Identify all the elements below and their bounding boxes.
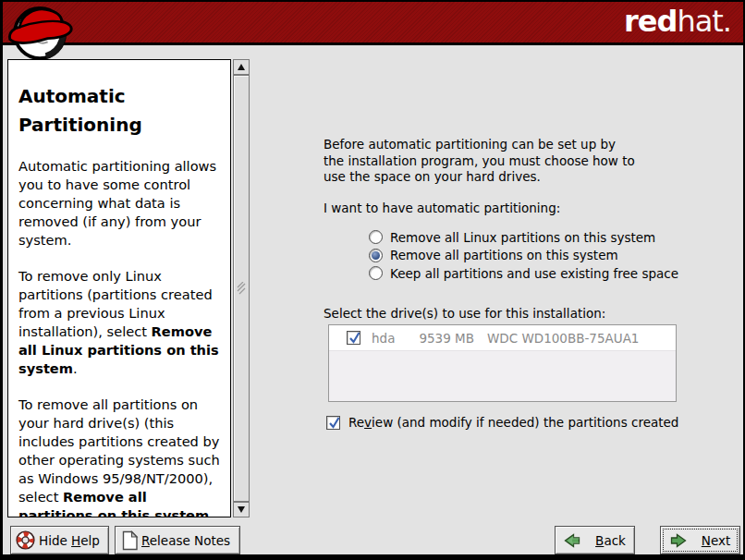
check-icon	[348, 330, 362, 345]
scroll-down-button[interactable]	[233, 502, 250, 517]
redhat-shadowman-logo	[6, 3, 76, 62]
review-label-post: iew (and modify if needed) the partition…	[372, 415, 678, 430]
drive-list: hda 9539 MB WDC WD100BB-75AUA1	[328, 324, 677, 402]
check-icon	[327, 415, 342, 430]
next-arrow-icon	[670, 533, 687, 548]
back-label: Back	[595, 533, 626, 548]
help-paragraph-2-post: .	[73, 360, 78, 376]
radio-label: Remove all Linux partitions on this syst…	[390, 230, 655, 245]
back-arrow-icon	[564, 533, 580, 548]
review-checkbox[interactable]	[326, 416, 340, 430]
radio-remove-linux-partitions[interactable]: Remove all Linux partitions on this syst…	[369, 228, 678, 247]
intro-text: Before automatic partitioning can be set…	[324, 137, 640, 186]
radio-label: Remove all partitions on this system	[390, 248, 618, 262]
radio-remove-all-partitions[interactable]: Remove all partitions on this system	[369, 247, 678, 265]
wordmark-dot: .	[723, 4, 731, 39]
next-label: Next	[702, 533, 730, 548]
document-icon	[121, 530, 139, 551]
radio-label: Keep all partitions and use existing fre…	[390, 266, 678, 281]
arrow-down-icon	[238, 506, 245, 513]
drive-name: hda	[372, 331, 395, 346]
release-notes-button[interactable]: Release Notes	[115, 526, 240, 554]
radio-button[interactable]	[369, 249, 383, 262]
help-title: Automatic Partitioning	[18, 82, 220, 140]
radio-dot	[372, 251, 380, 260]
release-notes-label: Release Notes	[141, 533, 230, 548]
help-paragraph-3: To remove all partitions on your hard dr…	[18, 396, 220, 517]
hide-help-label: Hide Help	[39, 533, 100, 548]
help-paragraph-1: Automatic partitioning allows you to hav…	[18, 157, 220, 250]
drive-checkbox[interactable]	[347, 331, 360, 345]
scroll-up-button[interactable]	[233, 59, 250, 75]
partitioning-radio-group: Remove all Linux partitions on this syst…	[369, 228, 678, 283]
review-label-pre: Re	[348, 415, 364, 430]
lifebuoy-icon	[15, 530, 36, 551]
review-label: Review (and modify if needed) the partit…	[348, 415, 678, 430]
redhat-wordmark: redhat.	[624, 4, 731, 39]
partitioning-prompt: I want to have automatic partitioning:	[324, 201, 560, 215]
drive-size: 9539 MB	[419, 331, 474, 346]
scrollbar-thumb[interactable]	[233, 75, 250, 502]
radio-button[interactable]	[369, 266, 383, 280]
wordmark-hat: hat	[677, 4, 722, 39]
radio-button[interactable]	[369, 230, 383, 244]
drives-label: Select the drive(s) to use for this inst…	[324, 306, 605, 321]
drive-model: WDC WD100BB-75AUA1	[487, 331, 640, 346]
review-partitions-option[interactable]: Review (and modify if needed) the partit…	[326, 415, 678, 430]
radio-keep-all-partitions[interactable]: Keep all partitions and use existing fre…	[369, 264, 678, 283]
wordmark-red: red	[624, 4, 677, 39]
next-button[interactable]: Next	[660, 526, 740, 554]
arrow-up-icon	[238, 64, 245, 70]
installer-window: redhat. Automatic Partitioning Automatic…	[0, 0, 745, 560]
help-paragraph-1-text: Automatic partitioning allows you to hav…	[18, 158, 216, 248]
review-label-mnemonic: v	[364, 415, 372, 430]
help-paragraph-3-post: .	[209, 507, 214, 517]
back-button[interactable]: Back	[555, 526, 635, 554]
help-paragraph-2: To remove only Linux partitions (partiti…	[18, 267, 220, 378]
drive-row-hda[interactable]: hda 9539 MB WDC WD100BB-75AUA1	[329, 325, 676, 351]
hide-help-button[interactable]: Hide Help	[10, 526, 109, 554]
help-scrollbar	[233, 59, 250, 517]
thumb-grip-icon	[237, 282, 246, 295]
help-panel: Automatic Partitioning Automatic partiti…	[7, 59, 231, 517]
